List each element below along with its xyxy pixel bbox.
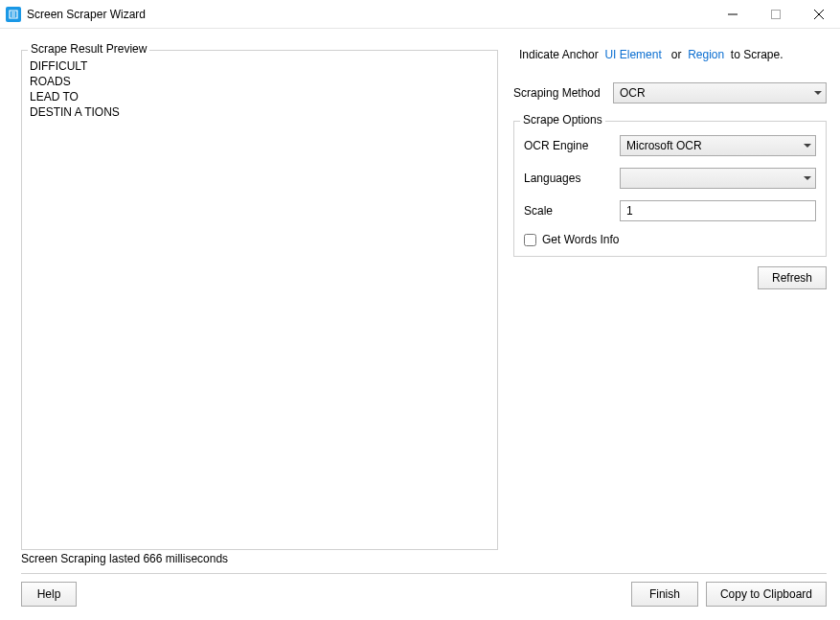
scale-label: Scale bbox=[524, 204, 620, 218]
maximize-button[interactable] bbox=[754, 0, 797, 29]
refresh-button[interactable]: Refresh bbox=[758, 266, 827, 289]
copy-to-clipboard-button[interactable]: Copy to Clipboard bbox=[706, 582, 827, 607]
languages-label: Languages bbox=[524, 172, 620, 185]
footer: Help Finish Copy to Clipboard bbox=[0, 582, 840, 618]
get-words-info-label: Get Words Info bbox=[542, 233, 619, 246]
anchor-prefix: Indicate Anchor bbox=[519, 48, 599, 61]
get-words-info-checkbox[interactable] bbox=[524, 234, 536, 246]
chevron-down-icon bbox=[814, 91, 822, 95]
anchor-suffix: to Scrape. bbox=[731, 48, 783, 61]
options-legend: Scrape Options bbox=[520, 113, 605, 126]
scrape-result-preview-group: Scrape Result Preview DIFFICULT ROADS LE… bbox=[21, 50, 498, 550]
help-button[interactable]: Help bbox=[21, 582, 77, 607]
ui-element-link[interactable]: UI Element bbox=[604, 48, 661, 61]
region-link[interactable]: Region bbox=[688, 48, 724, 61]
app-icon bbox=[6, 7, 21, 22]
anchor-or: or bbox=[671, 48, 682, 61]
scraping-method-label: Scraping Method bbox=[513, 86, 613, 100]
chevron-down-icon bbox=[804, 176, 811, 180]
scale-input[interactable] bbox=[620, 200, 816, 221]
ocr-engine-dropdown[interactable]: Microsoft OCR bbox=[620, 135, 816, 156]
scrape-options-group: Scrape Options OCR Engine Microsoft OCR … bbox=[513, 121, 827, 257]
svg-rect-1 bbox=[771, 10, 780, 18]
window-title: Screen Scraper Wizard bbox=[27, 8, 146, 21]
finish-button[interactable]: Finish bbox=[631, 582, 698, 607]
preview-legend: Scrape Result Preview bbox=[28, 42, 149, 56]
status-text: Screen Scraping lasted 666 milliseconds bbox=[0, 548, 840, 571]
ocr-engine-value: Microsoft OCR bbox=[626, 139, 804, 152]
close-button[interactable] bbox=[797, 0, 840, 29]
minimize-button[interactable] bbox=[711, 0, 754, 29]
titlebar: Screen Scraper Wizard bbox=[0, 0, 840, 29]
separator bbox=[21, 573, 827, 574]
preview-text: DIFFICULT ROADS LEAD TO DESTIN A TIONS bbox=[30, 58, 489, 120]
ocr-engine-label: OCR Engine bbox=[524, 139, 620, 152]
anchor-instruction: Indicate Anchor UI Element or Region to … bbox=[513, 48, 827, 61]
scraping-method-dropdown[interactable]: OCR bbox=[613, 82, 827, 103]
languages-dropdown[interactable] bbox=[620, 168, 816, 189]
chevron-down-icon bbox=[804, 144, 811, 148]
scraping-method-value: OCR bbox=[620, 86, 814, 100]
